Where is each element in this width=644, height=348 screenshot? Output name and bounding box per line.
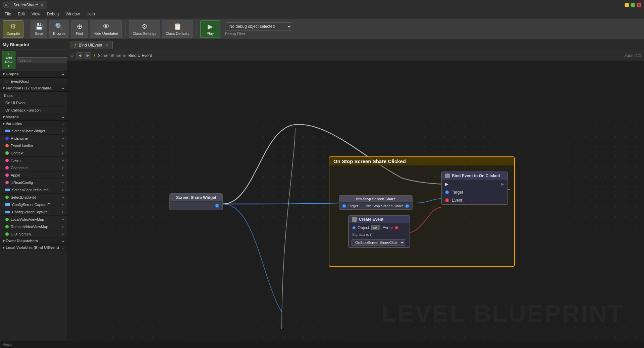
toolbar-separator-2 <box>125 22 125 36</box>
star-icon[interactable]: ☆ <box>70 52 74 59</box>
graphs-section-header[interactable]: ▾ Graphs + <box>0 71 67 78</box>
node-btn-stop-screen-share[interactable]: Btn Stop Screen Share Target Btn Stop Sc… <box>339 195 413 210</box>
sidebar-item-isreadconfig[interactable]: isReadConfig ▸ <box>0 179 67 186</box>
create-event-self-badge: self <box>371 225 381 230</box>
search-input[interactable] <box>17 57 67 63</box>
screensharewidget-output-pin[interactable] <box>215 204 219 208</box>
toolbar-separator-3 <box>197 22 197 36</box>
play-button[interactable]: ▶ Play <box>200 20 220 38</box>
sidebar-item-selectdisplayid[interactable]: SelectDisplayId ▸ <box>0 194 67 201</box>
sidebar-item-rtcengine[interactable]: RtcEngine ▸ <box>0 135 67 142</box>
sidebar-item-remotevideoviewmap[interactable]: RemoteVideoViewMap ▸ <box>0 223 67 230</box>
sidebar-item-appid[interactable]: Appid ▸ <box>0 171 67 179</box>
sidebar-item-localvideoviewmap[interactable]: LocalVideoViewMap ▸ <box>0 216 67 223</box>
create-event-event-label: Event <box>382 225 393 230</box>
menu-file[interactable]: File <box>2 11 14 17</box>
sidebar-item-event-graph[interactable]: ⬡ EventGraph <box>0 78 67 85</box>
menu-edit[interactable]: Edit <box>15 11 28 17</box>
find-icon: ⊕ <box>77 22 83 30</box>
graphs-add-icon[interactable]: + <box>62 72 64 76</box>
functions-add-icon[interactable]: + <box>62 86 64 90</box>
title-tab[interactable]: ScreenShare* ✕ <box>9 1 47 9</box>
menu-view[interactable]: View <box>29 11 43 17</box>
screensharewidget-icon <box>5 130 10 132</box>
blueprint-canvas[interactable]: Screen Share Widget On Stop Screen Share… <box>67 61 644 341</box>
create-event-pins-row: Object self Event <box>349 223 410 232</box>
eventhandler-arrow: ▸ <box>62 144 64 147</box>
menu-debug[interactable]: Debug <box>44 11 61 17</box>
compile-button[interactable]: ⚙ Compile <box>3 20 23 38</box>
sidebar-item-screencapturesourceli[interactable]: ScreenCaptureSourceLi ▸ <box>0 186 67 194</box>
sidebar-item-eventhandler[interactable]: EventHandler ▸ <box>0 142 67 149</box>
isreadconfig-label: isReadConfig <box>11 181 60 185</box>
zoom-label: Zoom 1:1 <box>624 53 641 58</box>
tab-close-icon[interactable]: ✕ <box>41 3 43 7</box>
hide-label: Hide Unrelated <box>94 31 118 36</box>
status-bar: Ready <box>0 341 644 348</box>
back-button[interactable]: ◀ <box>76 52 83 59</box>
node-create-event-title: Create Event <box>349 216 410 223</box>
bind-event-title-text: Bind Event to On Clicked <box>452 173 500 178</box>
sidebar-item-screensharewidget[interactable]: ScreenShareWidget ▸ <box>0 127 67 135</box>
close-btn[interactable]: ✕ <box>637 3 641 7</box>
hide-unrelated-button[interactable]: 👁 Hide Unrelated <box>90 20 122 38</box>
bind-event-exec-in[interactable]: ▶ <box>445 182 448 187</box>
btnstop-right-label: Btn Stop Screen Share <box>366 204 404 208</box>
sidebar-item-configscreencapturef[interactable]: ConfigScreenCaptureF ▸ <box>0 201 67 208</box>
sidebar-item-uid-screen[interactable]: UID_Screen ▸ <box>0 230 67 238</box>
save-button[interactable]: 💾 Save <box>31 20 47 38</box>
create-event-dropdown[interactable]: OnStopScreenShareClicked() <box>352 239 405 246</box>
sidebar-item-configscreencpaturec[interactable]: ConfigScreenCaptureC ▸ <box>0 208 67 216</box>
sidebar-item-token[interactable]: Token ▸ <box>0 157 67 164</box>
menu-window[interactable]: Window <box>63 11 83 17</box>
bind-event-target-pin[interactable] <box>445 190 449 194</box>
remotevideoviewmap-arrow: ▸ <box>62 225 64 228</box>
debug-object-select[interactable]: No debug object selected <box>225 22 292 30</box>
btnstop-output-pin[interactable] <box>405 204 409 208</box>
sidebar-item-channelid[interactable]: ChannelId ▸ <box>0 164 67 171</box>
breadcrumb-screenshare[interactable]: ScreenShare <box>98 53 121 58</box>
tab-close-icon[interactable]: ✕ <box>106 44 108 47</box>
node-create-event[interactable]: Create Event Object self Event Signature… <box>348 215 410 248</box>
event-dispatchers-add-icon[interactable]: + <box>62 239 64 243</box>
forward-button[interactable]: ▶ <box>85 52 91 59</box>
bind-event-event-label: Event <box>452 198 462 203</box>
macros-add-icon[interactable]: + <box>62 115 64 119</box>
node-screensharewidget-title: Screen Share Widget <box>170 194 222 202</box>
functions-section-header[interactable]: ▾ Functions (17 Overridable) + <box>0 85 67 92</box>
event-dispatchers-header[interactable]: ▾ Event Dispatchers + <box>0 238 67 245</box>
bind-event-exec-out[interactable]: ▶ <box>501 182 504 187</box>
bind-event-event-pin[interactable] <box>445 198 449 202</box>
window-controls: ─ □ ✕ <box>625 3 641 7</box>
local-variables-header[interactable]: ▾ Local Variables (Bind UIEvent) + <box>0 245 67 251</box>
macros-section-header[interactable]: ▾ Macros + <box>0 114 67 121</box>
class-defaults-button[interactable]: 📋 Class Defaults <box>162 20 193 38</box>
tab-bind-ui-event[interactable]: ƒ Bind UIEvent ✕ <box>70 41 113 49</box>
comment-box-title: On Stop Screen Share Clicked <box>329 157 514 165</box>
node-bind-event-title: Bind Event to On Clicked <box>442 172 507 180</box>
variables-section-header[interactable]: ▾ Variables + <box>0 121 67 127</box>
uid-screen-icon <box>5 232 9 236</box>
node-bind-event-on-clicked[interactable]: Bind Event to On Clicked ▶ ▶ Target Even… <box>441 171 508 205</box>
minimize-btn[interactable]: ─ <box>625 3 629 7</box>
sidebar-item-on-ui-event[interactable]: On UI Event <box>0 99 67 107</box>
rtcengine-arrow: ▸ <box>62 136 64 140</box>
signature-label: Signature: () <box>352 232 373 236</box>
sidebar-item-context[interactable]: Context ▸ <box>0 149 67 157</box>
menu-help[interactable]: Help <box>84 11 98 17</box>
maximize-btn[interactable]: □ <box>631 3 635 7</box>
find-button[interactable]: ⊕ Find <box>71 20 88 38</box>
sidebar-item-on-callback-function[interactable]: On Callback Function <box>0 107 67 114</box>
class-settings-button[interactable]: ⚙ Class Settings <box>129 20 160 38</box>
browse-label: Browse <box>53 31 65 36</box>
create-event-event-pin[interactable] <box>395 226 398 229</box>
debug-section: No debug object selected Debug Filter <box>225 22 292 36</box>
browse-button[interactable]: 🔍 Browse <box>49 20 69 38</box>
channelid-arrow: ▸ <box>62 166 64 169</box>
local-variables-add-icon[interactable]: + <box>62 246 64 250</box>
btnstop-target-pin[interactable] <box>342 204 346 208</box>
add-new-button[interactable]: + Add New ▾ <box>2 51 15 69</box>
create-event-obj-pin[interactable] <box>352 226 356 229</box>
node-screen-share-widget[interactable]: Screen Share Widget <box>169 193 223 210</box>
variables-add-icon[interactable]: + <box>62 122 64 126</box>
